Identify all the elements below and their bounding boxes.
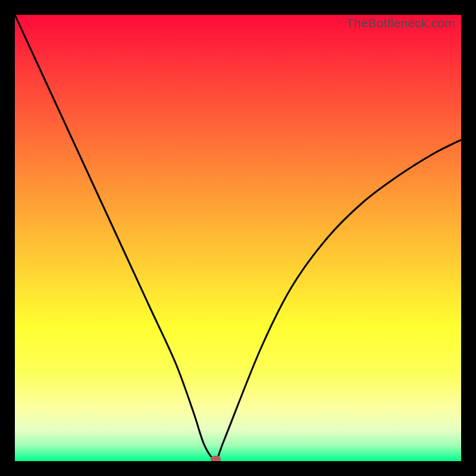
minimum-marker: [211, 456, 221, 461]
bottleneck-curve: [15, 15, 461, 461]
plot-area: TheBottleneck.com: [15, 15, 461, 461]
outer-frame: TheBottleneck.com: [0, 0, 476, 476]
